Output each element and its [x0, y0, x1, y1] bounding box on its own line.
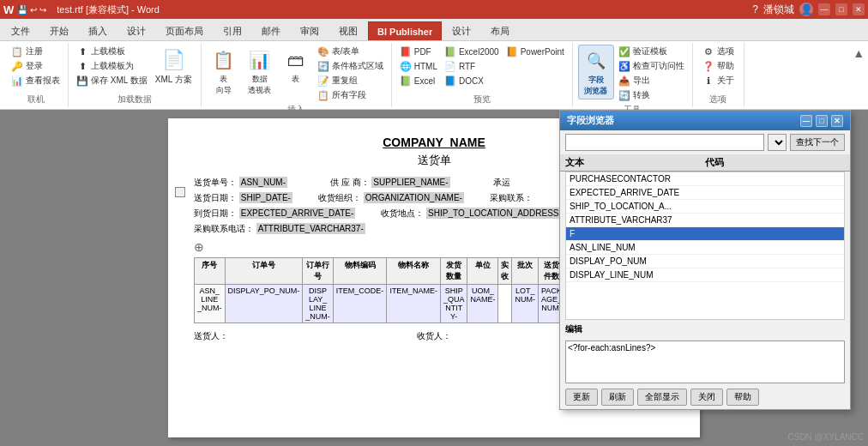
- margin-indicator[interactable]: [175, 187, 185, 197]
- tab-file[interactable]: 文件: [2, 21, 39, 40]
- fb-row[interactable]: SHIP_TO_LOCATION_A...: [566, 200, 844, 214]
- insert-small-group: 🎨 表/表单 🔄 条件格式区域 📝 重复组 📋 所有字段: [315, 45, 386, 102]
- repeat-group-btn[interactable]: 🔄 条件格式区域: [315, 59, 386, 73]
- fb-search-btn[interactable]: 查找下一个: [790, 134, 845, 151]
- tab-start[interactable]: 开始: [40, 21, 78, 40]
- upload-template-btn[interactable]: ⬆ 上载模板: [74, 45, 150, 58]
- user-avatar: 👤: [799, 3, 813, 16]
- col-ship-qty: 发货数量: [440, 258, 467, 285]
- html-btn[interactable]: 🌐 HTML: [397, 59, 440, 73]
- fb-restore-btn[interactable]: □: [816, 115, 828, 127]
- tab-review[interactable]: 审阅: [291, 21, 329, 40]
- loaddata-buttons: ⬆ 上载模板 ⬆ 上载模板为 💾 保存 XML 数据 📄 XML 方案: [74, 45, 196, 92]
- fb-row[interactable]: F: [566, 227, 844, 241]
- supplier-field: 供 应 商： SUPPLIER_NAME-: [330, 177, 450, 189]
- fb-close-btn[interactable]: ✕: [831, 115, 843, 127]
- tab-table-design[interactable]: 设计: [443, 21, 480, 40]
- ribbon-collapse[interactable]: ▲: [853, 43, 865, 107]
- fb-row-text: F: [570, 229, 705, 238]
- ribbon-group-insert: 📋 表向导 📊 数据透视表 🗃 表 🎨 表/表单 🔄 条件格式区域: [202, 43, 392, 107]
- fb-titlebar-buttons: — □ ✕: [800, 115, 843, 127]
- docx-btn[interactable]: 📘 DOCX: [442, 74, 502, 87]
- fb-row[interactable]: ASN_LINE_NUM: [566, 241, 844, 255]
- minimize-btn[interactable]: —: [818, 3, 830, 15]
- fb-row[interactable]: DISPLAY_LINE_NUM: [566, 268, 844, 282]
- document-area: COMPANY_NAME 送货单 送货单号： ASN_NUM- 供 应 商： S…: [0, 110, 868, 446]
- restore-btn[interactable]: □: [835, 3, 847, 15]
- add-row-btn[interactable]: ⊕: [194, 240, 204, 254]
- validate-template-btn[interactable]: ✅ 验证模板: [616, 45, 687, 58]
- 全部显示-button[interactable]: 全部显示: [637, 389, 687, 406]
- conditional-format-btn[interactable]: 🎨 表/表单: [315, 45, 386, 58]
- tools-small-group: ✅ 验证模板 ♿ 检查可访问性 📤 导出 🔄 转换: [616, 45, 687, 102]
- excel-btn[interactable]: 📗 Excel: [397, 74, 440, 87]
- contact-field: 采购联系：: [490, 192, 533, 204]
- fb-edit-area[interactable]: <?for-each:asnLines?>: [565, 341, 845, 383]
- tools-buttons: 🔍 字段浏览器 ✅ 验证模板 ♿ 检查可访问性 📤 导出 🔄 转: [578, 45, 687, 102]
- col-recv: 实收: [498, 258, 512, 285]
- tab-page-layout[interactable]: 页面布局: [156, 21, 213, 40]
- 帮助-button[interactable]: 帮助: [726, 389, 759, 406]
- fb-dropdown: [768, 134, 787, 151]
- about-btn[interactable]: ℹ 关于: [700, 74, 737, 87]
- upload-template-as-btn[interactable]: ⬆ 上载模板为: [74, 59, 150, 73]
- table-wizard-btn[interactable]: 📋 表向导: [207, 45, 241, 98]
- login-btn[interactable]: 🔑 登录: [9, 59, 63, 73]
- about-icon: ℹ: [702, 75, 714, 87]
- all-fields2-btn[interactable]: 📋 所有字段: [315, 88, 386, 102]
- pivot-table-btn[interactable]: 📊 数据透视表: [243, 45, 277, 98]
- ribbon-tabs: 文件 开始 插入 设计 页面布局 引用 邮件 审阅 视图 BI Publishe…: [0, 19, 868, 41]
- username: 潘锁城: [763, 3, 794, 17]
- all-fields-btn[interactable]: 📝 重复组: [315, 74, 386, 87]
- fb-row[interactable]: PURCHASECONTACTOR: [566, 172, 844, 186]
- fb-row[interactable]: DISPLAY_PO_NUM: [566, 255, 844, 268]
- tab-view[interactable]: 视图: [329, 21, 367, 40]
- fb-minimize-btn[interactable]: —: [800, 115, 812, 127]
- close-btn[interactable]: ✕: [853, 3, 865, 15]
- tab-insert[interactable]: 插入: [79, 21, 117, 40]
- asn-num-field: 送货单号： ASN_NUM-: [194, 177, 287, 189]
- help-icon: ❓: [702, 60, 714, 72]
- table-form-icon: 🗃: [282, 46, 310, 74]
- 更新-button[interactable]: 更新: [565, 389, 598, 406]
- report-icon: 📊: [11, 75, 23, 87]
- convert-btn[interactable]: 🔄 转换: [616, 88, 687, 102]
- 刷新-button[interactable]: 刷新: [601, 389, 634, 406]
- cell-item-code: ITEM_CODE-: [333, 285, 387, 323]
- tab-reference[interactable]: 引用: [214, 21, 251, 40]
- rtf-btn[interactable]: 📄 RTF: [442, 59, 502, 73]
- accessibility-btn[interactable]: ♿ 检查可访问性: [616, 59, 687, 73]
- fb-row[interactable]: ATTRIBUTE_VARCHAR37: [566, 214, 844, 227]
- tab-layout[interactable]: 布局: [481, 21, 519, 40]
- view-report-btn[interactable]: 📊 查看报表: [9, 74, 63, 87]
- xml-schema-btn[interactable]: 📄 XML 方案: [152, 45, 196, 87]
- location-value: SHIP_TO_LOCATION_ADDRESS-: [426, 208, 564, 219]
- tab-bi-publisher[interactable]: BI Publisher: [368, 21, 442, 40]
- fb-search-input[interactable]: [565, 134, 764, 151]
- export-btn[interactable]: 📤 导出: [616, 74, 687, 87]
- save-xml-btn[interactable]: 💾 保存 XML 数据: [74, 74, 150, 87]
- ribbon-group-options: ⚙ 选项 ❓ 帮助 ℹ 关于 选项: [693, 43, 744, 107]
- options-btn[interactable]: ⚙ 选项: [700, 45, 737, 58]
- register-btn[interactable]: 📋 注册: [9, 45, 63, 58]
- fb-row[interactable]: EXPECTED_ARRIVE_DATE: [566, 186, 844, 200]
- fb-row-text: ATTRIBUTE_VARCHAR37: [570, 215, 705, 225]
- help-icon[interactable]: ?: [752, 3, 758, 15]
- field-browser-btn[interactable]: 🔍 字段浏览器: [578, 45, 614, 99]
- fb-dropdown-select[interactable]: [768, 134, 787, 151]
- ship-date-field: 送货日期： SHIP_DATE-: [194, 192, 292, 204]
- powerpoint-btn[interactable]: 📙 PowerPoint: [503, 45, 567, 58]
- tab-design[interactable]: 设计: [118, 21, 155, 40]
- help-btn[interactable]: ❓ 帮助: [700, 59, 737, 73]
- fb-row-code: [705, 243, 841, 252]
- 关闭-button[interactable]: 关闭: [690, 389, 723, 406]
- excel2000-btn[interactable]: 📗 Excel2000: [442, 45, 502, 58]
- tab-mail[interactable]: 邮件: [252, 21, 290, 40]
- col-order-line: 订单行号: [303, 258, 334, 285]
- repeat-icon: 🔄: [317, 60, 329, 72]
- title-bar-left: W 💾 ↩ ↪ test.rtf [兼容模式] - Word: [3, 3, 160, 16]
- login-icon: 🔑: [11, 60, 23, 72]
- table-form-btn[interactable]: 🗃 表: [279, 45, 313, 87]
- pdf-btn[interactable]: 📕 PDF: [397, 45, 440, 58]
- location-field: 收货地点： SHIP_TO_LOCATION_ADDRESS-: [381, 208, 564, 220]
